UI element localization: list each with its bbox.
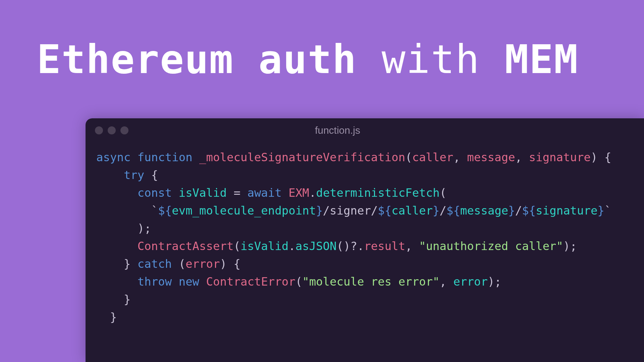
backtick: ` bbox=[151, 204, 158, 217]
title-part-2: with bbox=[382, 36, 480, 82]
code-block: async function _moleculeSignatureVerific… bbox=[86, 142, 644, 332]
window-controls bbox=[95, 126, 128, 134]
str-slash: / bbox=[515, 204, 522, 217]
ident-exm: EXM bbox=[288, 186, 309, 199]
punct: } bbox=[124, 293, 130, 306]
param-error: error bbox=[185, 257, 220, 270]
punct: , bbox=[453, 150, 467, 164]
prop-result: result bbox=[364, 239, 405, 253]
kw-new: new bbox=[179, 275, 199, 288]
tmpl-close: } bbox=[508, 204, 515, 217]
page-title: Ethereum auth with MEM bbox=[37, 36, 579, 82]
close-icon[interactable] bbox=[95, 126, 103, 134]
tmpl-open: ${ bbox=[446, 204, 460, 217]
param-message: message bbox=[467, 150, 515, 164]
method-deterministicfetch: deterministicFetch bbox=[316, 186, 439, 199]
punct: ( bbox=[179, 257, 185, 270]
method-asjson: asJSON bbox=[296, 239, 337, 253]
punct: . bbox=[288, 239, 295, 253]
ident-isvalid: isValid bbox=[179, 186, 227, 199]
punct: ); bbox=[138, 222, 151, 235]
tmpl-open: ${ bbox=[378, 204, 391, 217]
kw-throw: throw bbox=[138, 275, 172, 288]
punct: ) { bbox=[591, 150, 611, 164]
title-part-1: Ethereum auth bbox=[37, 36, 357, 82]
punct: , bbox=[515, 150, 529, 164]
punct: = bbox=[233, 186, 240, 199]
str-path: /signer/ bbox=[323, 204, 378, 217]
tmpl-close: } bbox=[316, 204, 323, 217]
str-slash: / bbox=[440, 204, 446, 217]
string-unauthorized: "unauthorized caller" bbox=[419, 239, 563, 253]
punct: } bbox=[124, 257, 130, 270]
punct: { bbox=[151, 168, 158, 182]
ident-isvalid: isValid bbox=[240, 239, 288, 253]
kw-catch: catch bbox=[138, 257, 172, 270]
param-caller: caller bbox=[412, 150, 453, 164]
var-message: message bbox=[460, 204, 508, 217]
punct: } bbox=[110, 310, 117, 324]
punct: ); bbox=[488, 275, 501, 288]
punct: ( bbox=[440, 186, 446, 199]
punct: . bbox=[309, 186, 316, 199]
minimize-icon[interactable] bbox=[108, 126, 116, 134]
editor-header: function.js bbox=[86, 118, 644, 142]
ident-error: error bbox=[453, 275, 488, 288]
class-contracterror: ContractError bbox=[206, 275, 296, 288]
punct: , bbox=[405, 239, 419, 253]
tmpl-open: ${ bbox=[522, 204, 536, 217]
tmpl-open: ${ bbox=[158, 204, 172, 217]
backtick: ` bbox=[604, 204, 611, 217]
string-molecule: "molecule res error" bbox=[302, 275, 439, 288]
punct: ( bbox=[405, 150, 412, 164]
call-contractassert: ContractAssert bbox=[138, 239, 234, 253]
var-caller: caller bbox=[391, 204, 433, 217]
kw-await: await bbox=[247, 186, 281, 199]
punct: , bbox=[440, 275, 453, 288]
punct: ); bbox=[563, 239, 577, 253]
var-endpoint: evm_molecule_endpoint bbox=[172, 204, 316, 217]
punct: ( bbox=[296, 275, 302, 288]
title-part-3: MEM bbox=[505, 36, 579, 82]
punct: ()?. bbox=[337, 239, 364, 253]
param-signature: signature bbox=[529, 150, 591, 164]
punct: ( bbox=[233, 239, 240, 253]
tmpl-close: } bbox=[597, 204, 604, 217]
editor-filename: function.js bbox=[315, 125, 360, 136]
var-signature: signature bbox=[536, 204, 597, 217]
function-name: _moleculeSignatureVerification bbox=[199, 150, 405, 164]
kw-async: async bbox=[96, 150, 130, 164]
tmpl-close: } bbox=[433, 204, 439, 217]
kw-const: const bbox=[138, 186, 172, 199]
kw-function: function bbox=[138, 150, 193, 164]
maximize-icon[interactable] bbox=[120, 126, 128, 134]
kw-try: try bbox=[124, 168, 144, 182]
code-editor-window: function.js async function _moleculeSign… bbox=[86, 118, 644, 362]
punct: ) { bbox=[220, 257, 240, 270]
